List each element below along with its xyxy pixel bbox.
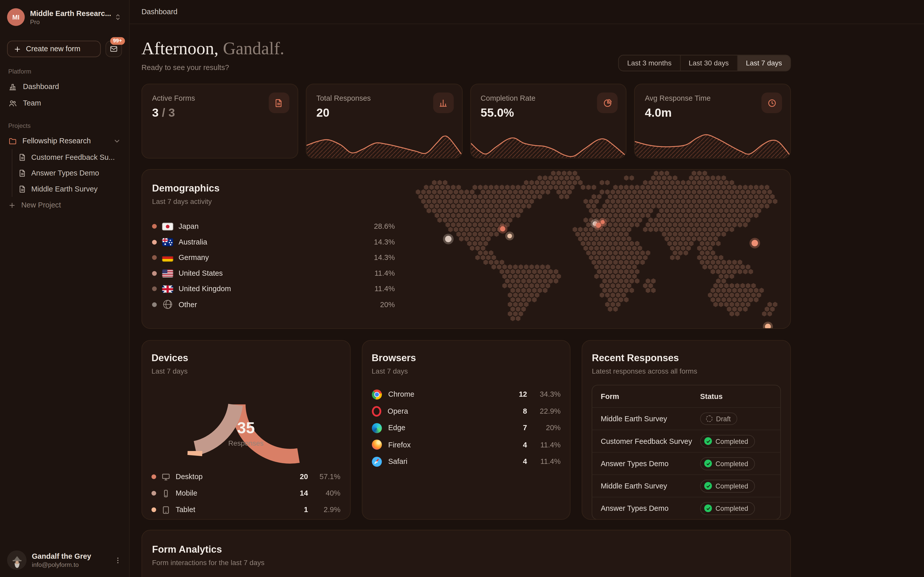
list-item: Japan 28.6% — [152, 219, 395, 234]
browser-percent: 20% — [534, 424, 561, 432]
legend-dot — [152, 287, 157, 292]
bar-chart-icon — [433, 93, 453, 113]
form-cell: Answer Types Demo — [601, 459, 700, 468]
pie-chart-icon — [597, 93, 618, 113]
monitor-icon — [161, 472, 171, 481]
country-percent: 14.3% — [374, 238, 395, 246]
file-text-icon — [18, 153, 27, 161]
column-header-status: Status — [700, 392, 772, 400]
panel-title: Form Analytics — [152, 544, 780, 555]
user-avatar — [7, 550, 27, 570]
united-kingdom-flag-icon — [162, 285, 173, 293]
country-label: United Kingdom — [179, 285, 231, 293]
range-last-7-days[interactable]: Last 7 days — [738, 55, 790, 71]
device-count: 14 — [300, 489, 308, 498]
panel-title: Recent Responses — [592, 352, 781, 363]
list-item: Germany 14.3% — [152, 250, 395, 266]
check-circle-icon — [704, 459, 712, 467]
devices-gauge-chart: 35 Responses — [152, 380, 340, 469]
range-last-30-days[interactable]: Last 30 days — [681, 55, 738, 71]
file-text-icon — [18, 185, 27, 193]
status-badge: Draft — [700, 413, 737, 425]
globe-icon — [163, 300, 172, 309]
table-row[interactable]: Answer Types Demo Completed — [592, 452, 780, 474]
devices-legend: Desktop 20 57.1% Mobile 14 40% — [152, 469, 340, 518]
world-dot-map — [404, 170, 790, 328]
demographics-list: Japan 28.6% Australia 14.3% Germany 14.3… — [152, 219, 395, 312]
user-name: Gandalf the Grey — [32, 552, 108, 561]
panel-subtitle: Last 7 days — [152, 367, 340, 376]
sidebar-form-middle-earth-survey[interactable]: Middle Earth Survey — [13, 181, 129, 197]
platform-section-label: Platform — [0, 68, 129, 75]
table-row[interactable]: Middle Earth Survey Draft — [592, 407, 780, 430]
browsers-panel: Browsers Last 7 days Chrome 12 34.3% Ope… — [362, 340, 571, 520]
sidebar-form-customer-feedback[interactable]: Customer Feedback Su... — [13, 149, 129, 165]
breadcrumb: Dashboard — [142, 8, 177, 16]
australia-flag-icon — [162, 238, 173, 246]
opera-icon — [372, 406, 381, 416]
device-percent: 40% — [313, 489, 340, 498]
sidebar-item-label: Dashboard — [23, 82, 59, 91]
form-name: Customer Feedback Su... — [31, 153, 114, 161]
workspace-switcher[interactable]: MI Middle Earth Researc... Pro — [0, 6, 129, 28]
stat-card-active-forms: Active Forms 3 / 3 — [142, 84, 298, 158]
new-project-button[interactable]: New Project — [0, 197, 129, 213]
range-last-3-months[interactable]: Last 3 months — [619, 55, 681, 71]
country-label: Other — [179, 300, 197, 309]
projects-section-label: Projects — [0, 122, 129, 129]
greeting-header: Afternoon, Gandalf. Ready to see your re… — [142, 38, 791, 72]
status-badge: Completed — [700, 435, 755, 448]
file-text-icon — [18, 169, 27, 177]
users-icon — [8, 99, 17, 108]
browser-percent: 11.4% — [534, 458, 561, 466]
sidebar-form-answer-types-demo[interactable]: Answer Types Demo — [13, 165, 129, 181]
table-row[interactable]: Customer Feedback Survey Completed — [592, 430, 780, 452]
sidebar-item-label: Team — [23, 99, 41, 107]
browser-label: Opera — [387, 407, 408, 416]
table-row[interactable]: Answer Types Demo Completed — [592, 497, 780, 519]
workspace-avatar: MI — [7, 8, 25, 26]
kebab-menu-icon[interactable] — [114, 556, 122, 564]
list-item: Other 20% — [152, 297, 395, 313]
create-new-form-button[interactable]: Create new form — [7, 40, 101, 57]
plus-icon — [13, 45, 21, 53]
country-percent: 28.6% — [374, 222, 395, 231]
user-menu[interactable]: Gandalf the Grey info@polyform.to — [0, 545, 129, 577]
sparkline-chart — [635, 125, 790, 158]
check-circle-icon — [704, 437, 712, 445]
stat-card-total-responses: Total Responses 20 — [306, 84, 462, 158]
country-label: Australia — [179, 238, 207, 246]
user-email: info@polyform.to — [32, 561, 108, 568]
recent-responses-panel: Recent Responses Latest responses across… — [582, 340, 791, 520]
legend-dot — [152, 240, 157, 245]
table-row[interactable]: Middle Earth Survey Completed — [592, 474, 780, 496]
panel-subtitle: Last 7 days — [372, 367, 561, 376]
browser-count: 8 — [523, 407, 527, 416]
recent-responses-table: Form Status Middle Earth Survey Draft Cu… — [592, 385, 781, 520]
inbox-count-badge: 99+ — [110, 37, 125, 45]
device-percent: 2.9% — [313, 506, 340, 514]
gauge-total: 35 — [152, 419, 340, 437]
tablet-icon — [161, 505, 171, 514]
gauge-caption: Responses — [152, 439, 340, 447]
sidebar-item-team[interactable]: Team — [0, 95, 129, 111]
country-percent: 14.3% — [374, 254, 395, 262]
sidebar-item-dashboard[interactable]: Dashboard — [0, 78, 129, 95]
united-states-flag-icon — [162, 269, 173, 277]
inbox-button[interactable]: 99+ — [105, 40, 122, 57]
legend-dot — [152, 491, 156, 496]
browser-label: Chrome — [388, 390, 414, 399]
form-name: Middle Earth Survey — [31, 185, 98, 193]
browser-label: Edge — [388, 424, 405, 432]
list-item: Tablet 1 2.9% — [152, 501, 340, 518]
japan-flag-icon — [162, 222, 173, 230]
sidebar: MI Middle Earth Researc... Pro Create ne… — [0, 0, 130, 577]
sidebar-project-fellowship-research[interactable]: Fellowship Research — [0, 133, 129, 149]
edge-icon — [372, 423, 382, 433]
form-cell: Answer Types Demo — [601, 504, 700, 513]
chevron-down-icon[interactable] — [113, 137, 121, 145]
legend-dot — [152, 474, 156, 479]
folder-icon — [8, 137, 17, 145]
check-circle-icon — [704, 504, 712, 512]
browser-count: 7 — [523, 424, 527, 432]
